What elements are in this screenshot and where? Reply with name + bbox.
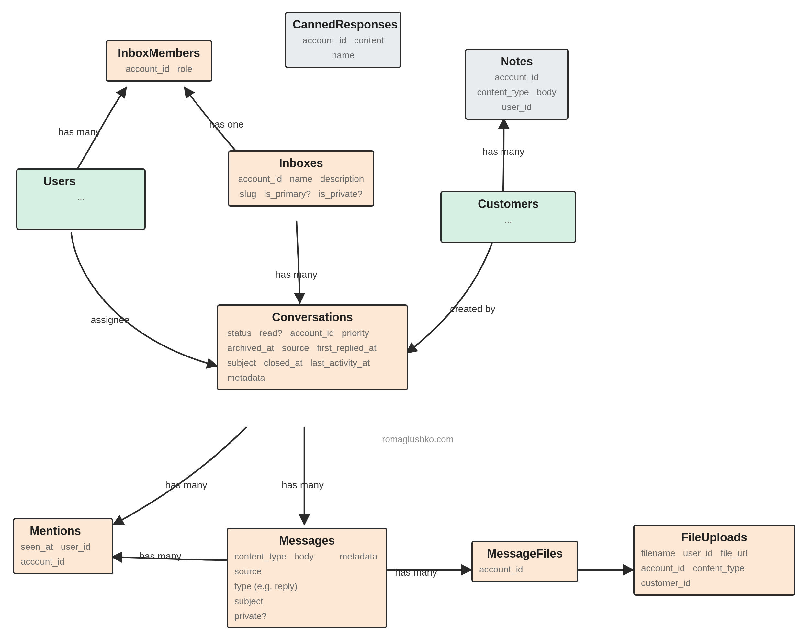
edge-conversations-messages: has many bbox=[282, 479, 324, 490]
entity-title: InboxMembers bbox=[113, 47, 205, 60]
entity-title: Notes bbox=[473, 55, 561, 69]
entity-messagefiles: MessageFiles account_id bbox=[472, 541, 578, 582]
entity-attrs: ... bbox=[24, 191, 138, 203]
edge-customers-notes: has many bbox=[482, 146, 525, 157]
edge-inboxes-inboxmembers: has one bbox=[209, 119, 244, 130]
entity-attrs: account_id role bbox=[113, 63, 205, 75]
entity-title: Conversations bbox=[225, 311, 400, 324]
entity-title: Messages bbox=[234, 534, 380, 548]
edge-conversations-mentions: has many bbox=[165, 479, 207, 490]
edge-messages-messagefiles: has many bbox=[395, 567, 437, 578]
edge-messages-mentions: has many bbox=[139, 551, 181, 562]
entity-title: Users bbox=[43, 175, 138, 188]
entity-title: CannedResponses bbox=[293, 18, 394, 32]
entity-inboxmembers: InboxMembers account_id role bbox=[105, 40, 212, 82]
entity-attrs: account_id bbox=[479, 563, 571, 576]
entity-attrs: account_id content name bbox=[293, 34, 394, 61]
entity-attrs: account_id name description slug is_prim… bbox=[236, 173, 366, 200]
entity-attrs: seen_at user_id account_id bbox=[21, 541, 105, 568]
edge-inboxes-conversations: has many bbox=[275, 269, 317, 280]
entity-inboxes: Inboxes account_id name description slug… bbox=[228, 150, 374, 207]
entity-title: MessageFiles bbox=[479, 547, 571, 561]
entity-attrs: content_type body metadata source type (… bbox=[234, 551, 380, 622]
entity-attrs: filename user_id file_url account_id con… bbox=[641, 547, 788, 589]
entity-title: Customers bbox=[448, 197, 569, 211]
edge-customers-conversations: created by bbox=[450, 303, 495, 314]
entity-messages: Messages content_type body metadata sour… bbox=[227, 528, 387, 629]
entity-title: FileUploads bbox=[641, 531, 788, 545]
entity-mentions: Mentions seen_at user_id account_id bbox=[13, 518, 113, 574]
edge-users-conversations: assignee bbox=[91, 314, 130, 325]
entity-fileuploads: FileUploads filename user_id file_url ac… bbox=[633, 525, 795, 595]
entity-notes: Notes account_id content_type body user_… bbox=[465, 49, 569, 119]
entity-attrs: ... bbox=[448, 214, 569, 226]
entity-attrs: account_id content_type body user_id bbox=[473, 71, 561, 113]
entity-customers: Customers ... bbox=[440, 191, 576, 243]
watermark: romaglushko.com bbox=[382, 434, 453, 444]
entity-cannedresponses: CannedResponses account_id content name bbox=[285, 12, 401, 68]
entity-conversations: Conversations status read? account_id pr… bbox=[217, 304, 408, 390]
entity-attrs: status read? account_id priority archive… bbox=[225, 327, 400, 384]
entity-title: Inboxes bbox=[236, 157, 366, 170]
entity-users: Users ... bbox=[16, 168, 146, 230]
edge-users-inboxmembers: has many bbox=[58, 126, 100, 137]
entity-title: Mentions bbox=[30, 525, 105, 538]
